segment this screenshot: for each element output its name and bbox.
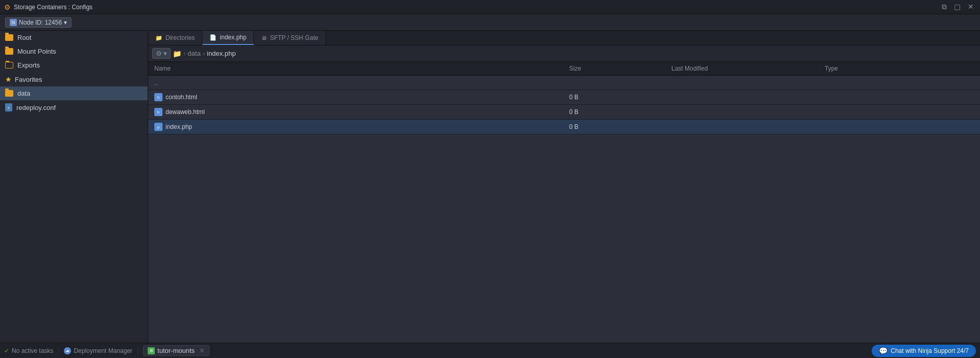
chat-support-button[interactable]: 💬 Chat with Ninja Support 24/7 (872, 345, 976, 357)
exports-folder-icon (5, 62, 13, 69)
tab-sftp-ssh-label: SFTP / SSH Gate (270, 34, 318, 41)
dewaweb-filename: dewaweb.html (166, 108, 205, 116)
parent-dir-cell: .. (152, 78, 567, 87)
col-header-type: Type (823, 64, 925, 73)
table-row-dewaweb-html[interactable]: h dewaweb.html 0 B (148, 105, 980, 120)
status-divider-1 (58, 347, 59, 355)
status-tab-close-button[interactable]: ✕ (199, 347, 205, 354)
contoh-filename: contoh.html (166, 94, 197, 101)
sidebar-label-mount-points: Mount Points (17, 48, 56, 55)
index-php-type-cell (823, 126, 925, 128)
parent-size-cell (567, 82, 669, 84)
parent-modified-cell (669, 82, 823, 84)
parent-type-cell (823, 82, 925, 84)
chat-icon: 💬 (879, 347, 888, 355)
title-bar-controls: ⧉ ▢ ✕ (940, 3, 976, 11)
restore-button[interactable]: ⧉ (940, 3, 949, 11)
dewaweb-modified-cell (669, 111, 823, 113)
node-bar: N Node ID: 12456 ▾ (0, 14, 980, 31)
favorites-label: Favorites (15, 76, 42, 83)
tab-sftp-ssh[interactable]: 🖥 SFTP / SSH Gate (254, 31, 325, 45)
tab-directories[interactable]: 📁 Directories (148, 31, 202, 45)
contoh-extra-cell (925, 96, 976, 98)
node-dropdown-arrow: ▾ (64, 19, 67, 26)
favorites-star-icon: ★ (5, 75, 12, 83)
table-row-contoh-html[interactable]: h contoh.html 0 B (148, 90, 980, 105)
col-header-size: Size (567, 64, 669, 73)
tutor-mounts-icon: ⊞ (148, 347, 155, 354)
index-php-modified-cell (669, 126, 823, 128)
col-header-last-modified: Last Modified (669, 64, 823, 73)
php-file-icon: p (154, 123, 162, 131)
table-row-index-php[interactable]: p index.php 0 B (148, 120, 980, 135)
index-php-size-cell: 0 B (567, 122, 669, 131)
contoh-type-cell (823, 96, 925, 98)
sidebar-item-mount-points[interactable]: Mount Points (0, 44, 148, 58)
breadcrumb-separator-1: › (183, 50, 185, 57)
folder-icon (5, 34, 13, 41)
folder-icon (5, 48, 13, 55)
sidebar-item-redeploy-conf[interactable]: c redeploy.conf (0, 100, 148, 115)
breadcrumb-bar: ⚙ ▾ 📁 › data › index.php (148, 46, 980, 62)
dewaweb-type-cell (823, 111, 925, 113)
table-header: Name Size Last Modified Type (148, 62, 980, 76)
sidebar-item-exports[interactable]: Exports (0, 58, 148, 72)
main-content: Root Mount Points Exports ★ Favorites da… (0, 31, 980, 343)
status-tab-tutor-mounts-label: tutor-mounts (157, 347, 195, 354)
parent-extra-cell (925, 82, 976, 84)
folder-icon-data (5, 90, 13, 97)
title-bar-text: Storage Containers : Configs (14, 4, 940, 11)
tabs-bar: 📁 Directories 📄 index.php 🖥 SFTP / SSH G… (148, 31, 980, 46)
tab-index-php-label: index.php (220, 34, 246, 41)
sidebar-label-data: data (17, 90, 30, 97)
favorites-section-header: ★ Favorites (0, 72, 148, 86)
config-file-icon: c (5, 103, 12, 111)
sidebar-label-exports: Exports (17, 61, 40, 69)
breadcrumb-data[interactable]: data (188, 50, 200, 57)
close-button[interactable]: ✕ (966, 3, 976, 11)
status-tasks-label: No active tasks (12, 347, 53, 354)
html-file-icon-dewaweb: h (154, 108, 162, 116)
title-bar: ⚙ Storage Containers : Configs ⧉ ▢ ✕ (0, 0, 980, 14)
breadcrumb-separator-2: › (203, 50, 205, 57)
status-divider-2 (137, 347, 138, 355)
deployment-manager-icon: ☁ (64, 347, 71, 354)
status-deployment-label: Deployment Manager (74, 347, 132, 354)
maximize-button[interactable]: ▢ (952, 3, 963, 11)
tab-directories-label: Directories (166, 34, 195, 41)
file-table: Name Size Last Modified Type .. h (148, 62, 980, 343)
sidebar-label-redeploy-conf: redeploy.conf (16, 104, 56, 111)
app-icon: ⚙ (4, 3, 11, 11)
html-file-icon-contoh: h (154, 93, 162, 101)
status-no-active-tasks: ✓ No active tasks (4, 347, 53, 354)
breadcrumb-gear-button[interactable]: ⚙ ▾ (152, 48, 171, 59)
index-php-extra-cell (925, 126, 976, 128)
tab-sftp-ssh-icon: 🖥 (261, 35, 267, 41)
status-bar: ✓ No active tasks ☁ Deployment Manager ⊞… (0, 343, 980, 358)
contoh-modified-cell (669, 96, 823, 98)
node-id-text: Node ID: 12456 (19, 19, 62, 26)
tab-index-php[interactable]: 📄 index.php (202, 31, 254, 45)
sidebar: Root Mount Points Exports ★ Favorites da… (0, 31, 148, 343)
check-icon: ✓ (4, 347, 9, 354)
dewaweb-extra-cell (925, 111, 976, 113)
node-id-selector[interactable]: N Node ID: 12456 ▾ (5, 17, 72, 28)
status-deployment-manager[interactable]: ☁ Deployment Manager (64, 347, 132, 354)
index-php-filename: index.php (166, 123, 192, 130)
sidebar-item-root[interactable]: Root (0, 31, 148, 44)
index-php-name-cell: p index.php (152, 122, 567, 132)
breadcrumb-folder-icon: 📁 (173, 50, 181, 58)
breadcrumb-index-php[interactable]: index.php (207, 50, 236, 57)
dewaweb-size-cell: 0 B (567, 107, 669, 117)
tab-index-php-icon: 📄 (209, 34, 217, 41)
table-row-parent[interactable]: .. (148, 76, 980, 90)
col-header-extra (925, 64, 976, 73)
breadcrumb-dropdown-arrow: ▾ (164, 50, 167, 57)
dewaweb-name-cell: h dewaweb.html (152, 107, 567, 117)
contoh-size-cell: 0 B (567, 93, 669, 102)
chat-button-label: Chat with Ninja Support 24/7 (891, 347, 969, 354)
contoh-name-cell: h contoh.html (152, 92, 567, 102)
parent-dir-label: .. (154, 79, 158, 86)
status-tab-tutor-mounts[interactable]: ⊞ tutor-mounts ✕ (143, 345, 209, 356)
sidebar-item-data[interactable]: data (0, 86, 148, 100)
